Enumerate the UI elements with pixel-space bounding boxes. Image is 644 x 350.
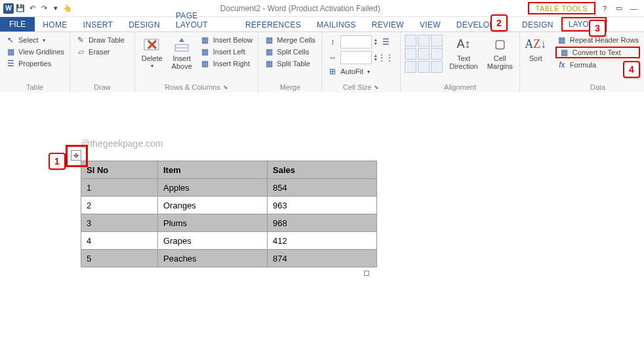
properties-button[interactable]: ☰Properties: [4, 58, 66, 69]
align-bot-center[interactable]: [418, 61, 430, 73]
insert-below-icon: ▦: [200, 35, 211, 45]
align-mid-right[interactable]: [431, 48, 443, 60]
cell-margins-button[interactable]: ▢ Cell Margins: [485, 35, 515, 71]
dialog-launcher-icon[interactable]: ⬊: [223, 84, 228, 90]
references-tab[interactable]: REFERENCES: [237, 18, 309, 31]
split-cells-button[interactable]: ▦Split Cells: [262, 47, 317, 57]
align-top-center[interactable]: [418, 35, 430, 47]
redo-icon[interactable]: ↷: [39, 3, 49, 14]
merge-cells-button[interactable]: ▦Merge Cells: [262, 35, 317, 45]
insert-below-button[interactable]: ▦Insert Below: [199, 35, 254, 45]
cell-margins-icon: ▢: [491, 36, 509, 53]
minimize-icon[interactable]: —: [628, 3, 639, 14]
table-cell[interactable]: 968: [268, 214, 377, 232]
table-cell[interactable]: 854: [268, 179, 377, 197]
table-row[interactable]: 1Apples854: [81, 179, 377, 197]
table-cell[interactable]: 874: [268, 250, 377, 267]
table-cell[interactable]: Grapes: [158, 232, 268, 250]
table-cell[interactable]: 2: [81, 197, 158, 214]
home-tab[interactable]: HOME: [35, 18, 75, 31]
review-tab[interactable]: REVIEW: [364, 18, 412, 31]
qat-customize-icon[interactable]: ▾: [50, 3, 61, 14]
col-header-sales[interactable]: Sales: [268, 161, 377, 179]
eraser-button[interactable]: ▱Eraser: [74, 47, 131, 57]
table-cell[interactable]: Apples: [158, 179, 268, 197]
file-tab[interactable]: FILE: [0, 17, 35, 31]
distribute-rows-icon[interactable]: ☰: [380, 37, 391, 47]
insert-right-button[interactable]: ▦Insert Right: [199, 58, 254, 69]
table-row[interactable]: 4Grapes412: [81, 232, 377, 250]
row-height-icon: ↕: [327, 37, 338, 47]
spinner-icon[interactable]: ▲▼: [373, 54, 378, 62]
sort-button[interactable]: AZ↓ Sort: [524, 35, 548, 64]
title-bar: W 💾 ↶ ↷ ▾ 👆 Document2 - Word (Product Ac…: [0, 0, 644, 17]
mailings-tab[interactable]: MAILINGS: [309, 18, 364, 31]
data-table[interactable]: Sl No Item Sales 1Apples8542Oranges9633P…: [81, 161, 377, 267]
undo-icon[interactable]: ↶: [27, 3, 37, 14]
table-cell[interactable]: Peaches: [158, 250, 268, 267]
properties-icon: ☰: [5, 59, 16, 68]
table-row[interactable]: 5Peaches874: [81, 250, 377, 267]
group-merge: ▦Merge Cells ▦Split Cells ▦Split Table M…: [258, 32, 322, 92]
save-icon[interactable]: 💾: [15, 3, 26, 14]
group-label-alignment: Alignment: [405, 83, 515, 91]
table-cell[interactable]: Plums: [158, 214, 268, 232]
draw-table-button[interactable]: ✎Draw Table: [74, 35, 131, 45]
ribbon-options-icon[interactable]: ▭: [614, 3, 624, 14]
col-width-input[interactable]: [340, 51, 372, 64]
text-direction-button[interactable]: A↕ Text Direction: [447, 35, 480, 71]
table-cell[interactable]: Oranges: [158, 197, 268, 214]
document-area[interactable]: @thegeekpage.com Sl No Item Sales 1Apple…: [0, 92, 644, 350]
watermark-text: @thegeekpage.com: [81, 138, 528, 149]
align-top-left[interactable]: [405, 35, 416, 47]
row-height-input[interactable]: [340, 35, 372, 49]
autofit-button[interactable]: ⊞AutoFit▾: [326, 66, 396, 77]
align-top-right[interactable]: [431, 35, 443, 47]
split-cells-icon: ▦: [264, 47, 274, 56]
insert-above-button[interactable]: Insert Above: [169, 35, 195, 71]
split-table-button[interactable]: ▦Split Table: [262, 58, 317, 69]
align-mid-center[interactable]: [418, 48, 430, 60]
table-cell[interactable]: 3: [81, 214, 158, 232]
delete-button[interactable]: Delete▾: [139, 35, 165, 71]
table-row[interactable]: 3Plums968: [81, 214, 377, 232]
col-width-field[interactable]: ↔ ▲▼ ⋮⋮: [326, 50, 396, 65]
col-header-item[interactable]: Item: [158, 161, 268, 179]
table-cell[interactable]: 4: [81, 232, 158, 250]
insert-left-button[interactable]: ▦Insert Left: [199, 47, 254, 57]
view-gridlines-button[interactable]: ▦View Gridlines: [4, 47, 66, 57]
convert-to-text-button[interactable]: ▦Convert to Text: [555, 47, 640, 58]
table-resize-handle[interactable]: [364, 271, 369, 276]
help-icon[interactable]: ?: [599, 3, 610, 14]
row-height-field[interactable]: ↕ ▲▼ ☰: [326, 35, 396, 49]
distribute-cols-icon[interactable]: ⋮⋮: [380, 53, 391, 62]
align-bot-left[interactable]: [405, 61, 416, 73]
table-cell[interactable]: 5: [81, 250, 158, 267]
table-row[interactable]: 2Oranges963: [81, 197, 377, 214]
col-header-sl[interactable]: Sl No: [81, 161, 158, 179]
table-cell[interactable]: 963: [268, 197, 377, 214]
design-tab[interactable]: DESIGN: [121, 18, 168, 31]
ribbon-layout: ↖Select▾ ▦View Gridlines ☰Properties Tab…: [0, 32, 644, 93]
table-move-handle[interactable]: ✥: [71, 150, 81, 161]
table-cell[interactable]: 1: [81, 179, 158, 197]
align-mid-left[interactable]: [405, 48, 416, 60]
table-tools-contextual-label: TABLE TOOLS: [528, 2, 595, 14]
view-tab[interactable]: VIEW: [412, 18, 449, 31]
text-direction-icon: A↕: [454, 36, 473, 53]
insert-tab[interactable]: INSERT: [75, 18, 121, 31]
touch-mode-icon[interactable]: 👆: [62, 3, 73, 14]
spinner-icon[interactable]: ▲▼: [373, 38, 378, 46]
table-cell[interactable]: 412: [268, 232, 377, 250]
group-label-draw: Draw: [74, 83, 131, 91]
insert-right-icon: ▦: [200, 59, 211, 68]
insert-left-icon: ▦: [200, 47, 211, 56]
delete-table-icon: [143, 36, 161, 53]
alignment-grid: [405, 35, 443, 73]
dialog-launcher-icon[interactable]: ⬊: [374, 84, 379, 90]
align-bot-right[interactable]: [431, 61, 443, 73]
group-rows-columns: Delete▾ Insert Above ▦Insert Below ▦Inse…: [135, 32, 259, 92]
page-layout-tab[interactable]: PAGE LAYOUT: [168, 9, 237, 31]
select-button[interactable]: ↖Select▾: [4, 35, 66, 45]
table-design-tab[interactable]: DESIGN: [514, 18, 561, 31]
